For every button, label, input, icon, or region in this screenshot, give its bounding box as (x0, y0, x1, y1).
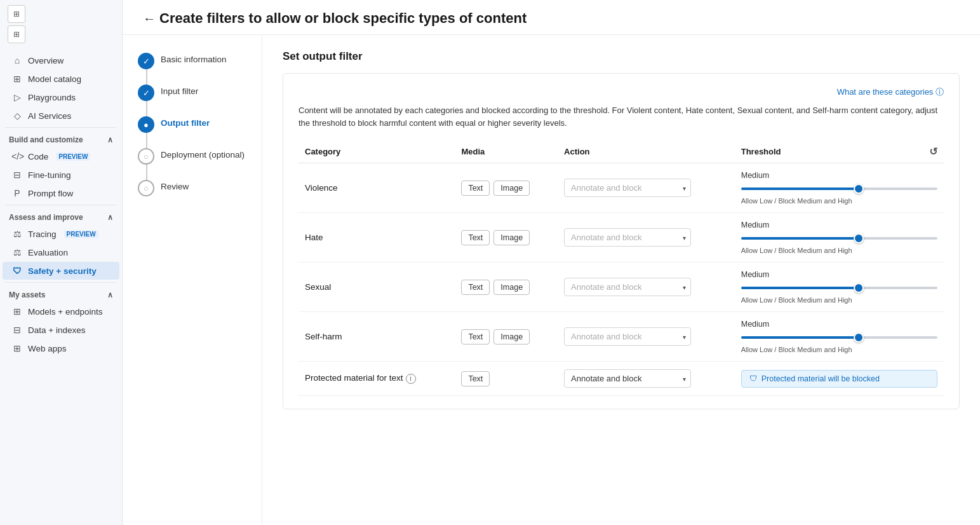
media-btn-text-violence[interactable]: Text (461, 181, 490, 196)
collapse-button[interactable]: ⊞ (8, 5, 25, 23)
step-circle-deployment: ○ (138, 148, 154, 165)
step-circle-input: ✓ (138, 85, 154, 101)
sidebar-item-prompt-flow[interactable]: P Prompt flow (3, 184, 119, 202)
sidebar-item-model-catalog[interactable]: ⊞ Model catalog (3, 70, 119, 88)
content-area: Set output filter What are these categor… (262, 35, 980, 525)
slider-sexual[interactable] (741, 282, 937, 294)
threshold-label-self_harm: Medium (741, 320, 937, 329)
step-basic-information: ✓ Basic information (138, 53, 246, 69)
main-content: ← Create filters to allow or block speci… (123, 0, 980, 525)
sidebar-code-label: Code (28, 152, 48, 161)
web-apps-icon: ⊞ (11, 343, 23, 353)
ai-services-icon: ◇ (11, 111, 23, 121)
assess-section-label: Assess and improve (9, 213, 83, 222)
threshold-label-sexual: Medium (741, 270, 937, 279)
sidebar-item-safety[interactable]: 🛡 Safety + security (3, 262, 119, 280)
shield-icon: 🛡 (749, 374, 758, 383)
table-header: Category Media Action Threshold ↺ (299, 140, 944, 163)
slider-self_harm[interactable] (741, 331, 937, 344)
step-label-review: Review (161, 180, 189, 191)
action-dropdown-sexual[interactable]: Annotate and block (564, 278, 691, 296)
build-section-header[interactable]: Build and customize ∧ (0, 130, 122, 147)
action-dropdown-hate[interactable]: Annotate and block (564, 228, 691, 247)
slider-violence[interactable] (741, 182, 937, 195)
media-btn-text-protected_material[interactable]: Text (461, 371, 490, 386)
slider-hate[interactable] (741, 232, 937, 245)
sidebar-item-evaluation[interactable]: ⚖ Evaluation (3, 243, 119, 261)
media-sexual: TextImage (455, 262, 558, 312)
step-review: ○ Review (138, 180, 246, 196)
sidebar-item-data-indexes[interactable]: ⊟ Data + indexes (3, 321, 119, 339)
sidebar-item-models-endpoints[interactable]: ⊞ Models + endpoints (3, 303, 119, 320)
action-self_harm: Annotate and block▾ (558, 312, 735, 362)
media-btn-image-sexual[interactable]: Image (493, 280, 530, 295)
safety-icon: 🛡 (11, 266, 23, 276)
expand-button[interactable]: ⊞ (8, 25, 25, 43)
overview-icon: ⌂ (11, 55, 23, 65)
sidebar-item-overview[interactable]: ⌂ Overview (3, 51, 119, 69)
reset-icon[interactable]: ↺ (929, 146, 937, 158)
media-btn-text-hate[interactable]: Text (461, 230, 490, 245)
sidebar-top-icons: ⊞ ⊞ (0, 0, 122, 48)
fine-tuning-icon: ⊟ (11, 170, 23, 180)
sidebar-item-tracing[interactable]: ⚖ Tracing PREVIEW (3, 225, 119, 243)
model-catalog-icon: ⊞ (11, 74, 23, 84)
th-media: Media (455, 140, 558, 163)
step-deployment: ○ Deployment (optional) (138, 148, 246, 165)
table-row-sexual: SexualTextImageAnnotate and block▾Medium… (299, 262, 944, 312)
sidebar-item-ai-services[interactable]: ◇ AI Services (3, 107, 119, 125)
tracing-icon: ⚖ (11, 229, 23, 239)
th-threshold-label: Threshold (741, 147, 781, 156)
divider-1 (5, 127, 117, 128)
divider-2 (5, 205, 117, 205)
media-violence: TextImage (455, 163, 558, 213)
what-categories-link[interactable]: What are these categories ⓘ (837, 87, 944, 97)
table-row-hate: HateTextImageAnnotate and block▾MediumAl… (299, 213, 944, 262)
sidebar: ⊞ ⊞ ⌂ Overview ⊞ Model catalog ▷ Playgro… (0, 0, 123, 525)
media-self_harm: TextImage (455, 312, 558, 362)
step-label-basic: Basic information (161, 53, 227, 64)
action-protected_material: Annotate and block▾ (558, 362, 735, 396)
assets-section-header[interactable]: My assets ∧ (0, 285, 122, 302)
sidebar-item-fine-tuning[interactable]: ⊟ Fine-tuning (3, 166, 119, 184)
code-icon: </> (11, 151, 23, 161)
section-title: Set output filter (283, 50, 960, 63)
info-icon-protected_material[interactable]: i (406, 374, 416, 384)
sidebar-item-web-apps[interactable]: ⊞ Web apps (3, 339, 119, 357)
action-dropdown-protected_material[interactable]: Annotate and block (564, 369, 691, 388)
media-hate: TextImage (455, 213, 558, 262)
threshold-violence: MediumAllow Low / Block Medium and High (735, 163, 944, 213)
action-dropdown-violence[interactable]: Annotate and block (564, 179, 691, 197)
sidebar-item-code[interactable]: </> Code PREVIEW (3, 147, 119, 165)
media-btn-image-violence[interactable]: Image (493, 181, 530, 196)
chevron-up-icon-3: ∧ (107, 290, 113, 299)
back-arrow-icon: ← (143, 11, 156, 26)
slider-hint-hate: Allow Low / Block Medium and High (741, 247, 937, 254)
action-dropdown-self_harm[interactable]: Annotate and block (564, 327, 691, 346)
category-self_harm: Self-harm (299, 312, 455, 362)
media-btn-image-self_harm[interactable]: Image (493, 329, 530, 344)
playgrounds-icon: ▷ (11, 92, 23, 102)
media-btn-image-hate[interactable]: Image (493, 230, 530, 245)
assess-section-header[interactable]: Assess and improve ∧ (0, 208, 122, 224)
category-protected_material: Protected material for texti (299, 362, 455, 396)
models-endpoints-icon: ⊞ (11, 306, 23, 317)
media-btn-text-self_harm[interactable]: Text (461, 329, 490, 344)
step-label-deployment: Deployment (optional) (161, 148, 245, 160)
stepper-panel: ✓ Basic information ✓ Input filter ● Out… (123, 35, 262, 525)
step-output-filter: ● Output filter (138, 116, 246, 133)
back-button[interactable]: ← Create filters to allow or block speci… (143, 10, 527, 27)
media-btn-text-sexual[interactable]: Text (461, 280, 490, 295)
th-category: Category (299, 140, 455, 163)
sidebar-models-endpoints-label: Models + endpoints (28, 307, 102, 317)
chevron-up-icon: ∧ (107, 135, 113, 144)
step-circle-output: ● (138, 116, 154, 133)
sidebar-item-playgrounds[interactable]: ▷ Playgrounds (3, 88, 119, 106)
sidebar-prompt-flow-label: Prompt flow (28, 189, 73, 198)
step-input-filter: ✓ Input filter (138, 85, 246, 101)
what-categories-text: What are these categories (837, 87, 934, 97)
build-section-label: Build and customize (9, 135, 83, 144)
info-text: Content will be annotated by each catego… (299, 104, 944, 129)
action-sexual: Annotate and block▾ (558, 262, 735, 312)
threshold-label-violence: Medium (741, 171, 937, 180)
